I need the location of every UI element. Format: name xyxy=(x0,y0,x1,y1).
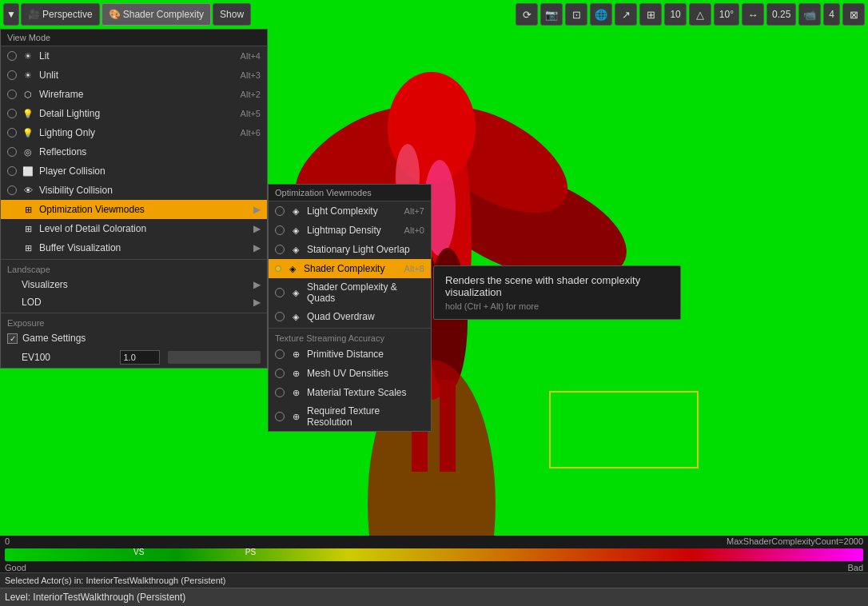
angle-num-btn[interactable]: 10° xyxy=(714,3,739,26)
menu-item-light-complexity[interactable]: ◈ Light Complexity Alt+7 xyxy=(269,201,431,221)
lighting-only-shortcut: Alt+6 xyxy=(241,128,261,138)
menu-item-lighting-only[interactable]: 💡 Lighting Only Alt+6 xyxy=(1,123,267,142)
arrow-icon: ▼ xyxy=(6,9,16,20)
lit-icon: ☀ xyxy=(22,50,34,62)
level-bar: Level: InteriorTestWalkthrough (Persiste… xyxy=(0,588,868,606)
camera-num-btn[interactable]: 4 xyxy=(823,3,840,26)
required-texture-icon: ⊕ xyxy=(289,410,302,423)
lit-label: Lit xyxy=(39,50,236,62)
menu-item-lightmap-density[interactable]: ◈ Lightmap Density Alt+0 xyxy=(269,221,431,240)
optim-viewmodes-label: Optimization Viewmodes xyxy=(39,204,245,215)
dropdown-arrow[interactable]: ▼ xyxy=(3,3,19,26)
menu-item-quad-overdraw[interactable]: ◈ Quad Overdraw xyxy=(269,307,431,326)
menu-item-required-texture-resolution[interactable]: ⊕ Required Texture Resolution xyxy=(269,402,431,431)
quad-overdraw-label: Quad Overdraw xyxy=(307,311,424,322)
menu-item-material-texture-scales[interactable]: ⊕ Material Texture Scales xyxy=(269,383,431,402)
complexity-count-label: MaxShaderComplexityCount=2000 xyxy=(727,536,863,546)
optim-arrow-icon: ▶ xyxy=(253,204,261,215)
angle-icon-btn[interactable]: △ xyxy=(689,3,711,26)
menu-item-lit[interactable]: ☀ Lit Alt+4 xyxy=(1,46,267,66)
scale-icon-btn[interactable]: ↔ xyxy=(742,3,764,26)
shader-complexity-menu-icon: ◈ xyxy=(286,262,299,275)
radio-reflections xyxy=(7,147,17,157)
primitive-distance-icon: ⊕ xyxy=(289,348,302,361)
detail-lighting-label: Detail Lighting xyxy=(39,108,236,119)
grid-num-btn[interactable]: 10 xyxy=(664,3,686,26)
shader-complexity-quads-icon: ◈ xyxy=(289,286,302,299)
detail-lighting-icon: 💡 xyxy=(22,107,34,120)
radio-quad-overdraw xyxy=(275,312,285,321)
menu-item-buffer-visualization[interactable]: ⊞ Buffer Visualization ▶ xyxy=(1,238,267,257)
settings-icon-btn[interactable]: ⊠ xyxy=(842,3,865,26)
ps-label: PS xyxy=(245,548,256,556)
menu-item-optimization-viewmodes[interactable]: ⊞ Optimization Viewmodes ▶ xyxy=(1,200,267,219)
maximize-icon-btn[interactable]: ⊡ xyxy=(565,3,587,26)
buffer-arrow-icon: ▶ xyxy=(253,242,261,253)
reflections-icon: ◎ xyxy=(22,146,34,158)
camera2-icon-btn[interactable]: 📹 xyxy=(798,3,821,26)
zero-label: 0 xyxy=(5,536,10,546)
lod2-arrow-icon: ▶ xyxy=(253,297,261,308)
lightmap-density-label: Lightmap Density xyxy=(307,225,400,236)
primitive-distance-label: Primitive Distance xyxy=(307,349,424,360)
perspective-icon: 🎥 xyxy=(28,9,40,20)
world-icon-btn[interactable]: 🌐 xyxy=(590,3,612,26)
unlit-icon: ☀ xyxy=(22,69,34,82)
camera-icon-btn[interactable]: 📷 xyxy=(540,3,563,26)
menu-item-shader-complexity-quads[interactable]: ◈ Shader Complexity & Quads xyxy=(269,278,431,307)
transform-icon-btn[interactable]: ⟳ xyxy=(516,3,538,26)
view-mode-header: View Mode xyxy=(1,30,267,46)
perspective-button[interactable]: 🎥 Perspective xyxy=(21,3,100,26)
light-complexity-shortcut: Alt+7 xyxy=(404,206,424,216)
buffer-visualization-label: Buffer Visualization xyxy=(39,242,245,253)
menu-item-visualizers[interactable]: Visualizers ▶ xyxy=(1,276,267,293)
radio-required-texture-resolution xyxy=(275,412,285,421)
grid-icon-btn[interactable]: ⊞ xyxy=(639,3,662,26)
toolbar: ▼ 🎥 Perspective 🎨 Shader Complexity Show… xyxy=(0,0,868,29)
menu-item-shader-complexity[interactable]: ◈ Shader Complexity Alt+8 xyxy=(269,259,431,278)
menu-item-reflections[interactable]: ◎ Reflections xyxy=(1,142,267,161)
camera-num-label: 4 xyxy=(829,9,834,20)
radio-light-complexity xyxy=(275,206,285,216)
menu-item-level-of-detail[interactable]: ⊞ Level of Detail Coloration ▶ xyxy=(1,219,267,238)
radio-detail-lighting xyxy=(7,109,17,118)
show-label: Show xyxy=(220,9,244,20)
perspective-label: Perspective xyxy=(42,9,93,20)
shader-complexity-button[interactable]: 🎨 Shader Complexity xyxy=(102,3,211,26)
radio-mesh-uv-densities xyxy=(275,369,285,378)
radio-lighting-only xyxy=(7,128,17,138)
lod2-label: LOD xyxy=(22,297,245,308)
player-collision-icon: ⬜ xyxy=(22,165,34,177)
landscape-header: Landscape xyxy=(1,261,267,276)
radio-material-texture-scales xyxy=(275,388,285,397)
stationary-light-icon: ◈ xyxy=(289,243,302,256)
menu-item-detail-lighting[interactable]: 💡 Detail Lighting Alt+5 xyxy=(1,104,267,123)
menu-item-unlit[interactable]: ☀ Unlit Alt+3 xyxy=(1,66,267,85)
menu-item-wireframe[interactable]: ⬡ Wireframe Alt+2 xyxy=(1,85,267,104)
ev100-input[interactable] xyxy=(120,350,160,365)
game-settings-checkbox[interactable]: ✓ xyxy=(7,333,18,344)
complexity-bar-labels: Good Bad xyxy=(0,563,868,572)
toolbar-right: ⟳ 📷 ⊡ 🌐 ↗ ⊞ 10 △ 10° ↔ 0.25 📹 4 ⊠ xyxy=(516,3,865,26)
menu-item-game-settings[interactable]: ✓ Game Settings xyxy=(1,329,267,347)
menu-item-lod[interactable]: LOD ▶ xyxy=(1,293,267,311)
lightmap-density-shortcut: Alt+0 xyxy=(404,225,424,235)
vs-label: VS xyxy=(133,548,144,556)
radio-lightmap-density xyxy=(275,225,285,235)
texture-streaming-header: Texture Streaming Accuracy xyxy=(269,330,431,345)
menu-item-stationary-light-overlap[interactable]: ◈ Stationary Light Overlap xyxy=(269,240,431,259)
scale-num-btn[interactable]: 0.25 xyxy=(766,3,796,26)
ev100-slider[interactable] xyxy=(168,351,261,364)
visibility-collision-label: Visibility Collision xyxy=(39,185,261,196)
lit-shortcut: Alt+4 xyxy=(241,51,261,61)
menu-item-mesh-uv-densities[interactable]: ⊕ Mesh UV Densities xyxy=(269,364,431,383)
lightmap-density-icon: ◈ xyxy=(289,224,302,237)
menu-item-primitive-distance[interactable]: ⊕ Primitive Distance xyxy=(269,345,431,364)
tooltip-hint: hold (Ctrl + Alt) for more xyxy=(445,301,669,311)
show-button[interactable]: Show xyxy=(213,3,251,26)
menu-item-player-collision[interactable]: ⬜ Player Collision xyxy=(1,161,267,181)
menu-item-visibility-collision[interactable]: 👁 Visibility Collision xyxy=(1,181,267,200)
shader-complexity-shortcut: Alt+8 xyxy=(404,264,424,273)
snap-icon-btn[interactable]: ↗ xyxy=(615,3,637,26)
separator-1 xyxy=(1,259,267,260)
